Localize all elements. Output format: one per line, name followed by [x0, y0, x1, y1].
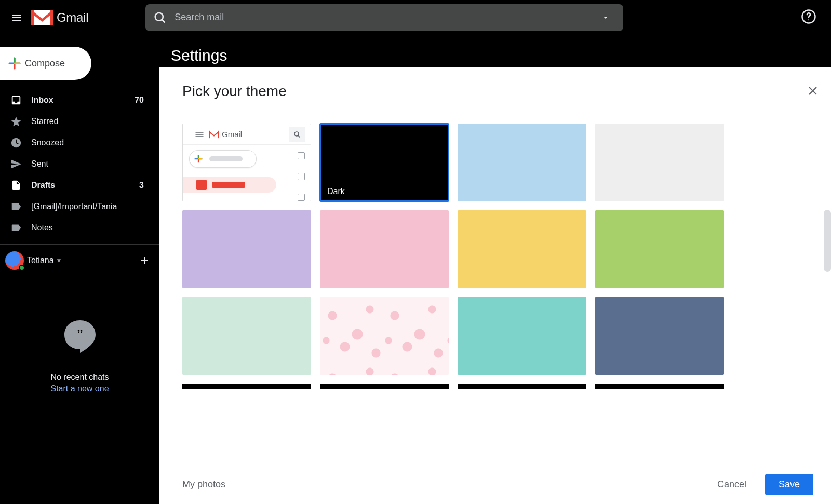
svg-rect-2 [50, 10, 53, 25]
inbox-icon [9, 93, 23, 107]
main: Settings Pick your theme GmailDark My ph… [159, 35, 831, 504]
svg-point-3 [155, 12, 163, 20]
theme-tile[interactable] [320, 210, 449, 288]
search-icon [289, 127, 305, 142]
sidebar-item-starred[interactable]: Starred [0, 111, 159, 132]
hangouts-body: ” No recent chats Start a new one [0, 276, 159, 393]
sidebar-item-label: Snoozed [31, 138, 159, 147]
hangouts-name: Tetiana [27, 256, 54, 265]
main-menu-button[interactable] [4, 5, 29, 30]
dialog-body: GmailDark [159, 115, 831, 465]
clock-icon [9, 136, 23, 149]
sidebar-item-notes[interactable]: Notes [0, 217, 159, 238]
compose-label: Compose [25, 58, 65, 69]
svg-rect-0 [31, 10, 53, 25]
mini-inbox-row [183, 177, 276, 193]
sidebar-item--gmail-important-tania[interactable]: [Gmail]/Important/Tania [0, 196, 159, 217]
theme-preview-header: Gmail [183, 124, 311, 145]
svg-point-6 [808, 19, 809, 20]
theme-tile-peek[interactable] [320, 384, 449, 389]
theme-tile-dark[interactable]: Dark [320, 124, 449, 201]
close-icon [807, 85, 819, 97]
label-icon [9, 221, 23, 235]
star-icon [9, 115, 23, 128]
mini-compose [189, 150, 257, 168]
theme-tile[interactable] [595, 297, 724, 375]
my-photos-link[interactable]: My photos [182, 479, 225, 490]
theme-tile[interactable] [595, 210, 724, 288]
search-icon [153, 10, 167, 25]
help-icon [801, 9, 816, 24]
svg-rect-10 [209, 130, 210, 138]
gmail-icon [31, 10, 53, 25]
sidebar: Compose Inbox70StarredSnoozedSentDrafts3… [0, 35, 159, 504]
theme-tile[interactable] [458, 210, 586, 288]
sidebar-item-inbox[interactable]: Inbox70 [0, 89, 159, 111]
gmail-icon [209, 130, 219, 139]
theme-tile[interactable] [320, 297, 449, 375]
dialog-close-button[interactable] [804, 82, 822, 100]
sidebar-item-label: Notes [31, 223, 159, 233]
theme-tile-peek[interactable] [595, 384, 724, 389]
menu-icon [194, 129, 205, 140]
help-button[interactable] [801, 9, 816, 26]
theme-tile[interactable] [182, 297, 311, 375]
app-header: Gmail Search mail [0, 0, 831, 35]
theme-tile[interactable] [595, 124, 724, 201]
save-button[interactable]: Save [765, 474, 813, 495]
svg-line-13 [298, 135, 300, 137]
sidebar-item-count: 3 [139, 181, 144, 190]
chevron-down-icon[interactable]: ▼ [56, 257, 62, 264]
dialog-title: Pick your theme [182, 83, 287, 100]
theme-tile-peek[interactable] [182, 384, 311, 389]
svg-point-12 [294, 132, 299, 136]
sidebar-item-snoozed[interactable]: Snoozed [0, 132, 159, 153]
theme-tile-label: Dark [327, 187, 345, 196]
theme-preview-app-name: Gmail [222, 130, 242, 139]
svg-text:”: ” [77, 327, 83, 341]
svg-rect-9 [209, 130, 219, 138]
file-icon [9, 179, 23, 192]
sidebar-item-label: Starred [31, 117, 159, 126]
nav-list: Inbox70StarredSnoozedSentDrafts3[Gmail]/… [0, 89, 159, 238]
send-icon [9, 157, 23, 171]
compose-button[interactable]: Compose [0, 47, 91, 80]
chevron-down-icon[interactable] [601, 13, 610, 22]
theme-dialog: Pick your theme GmailDark My photos Canc… [159, 67, 831, 504]
theme-grid: GmailDark [182, 124, 821, 375]
sidebar-item-sent[interactable]: Sent [0, 153, 159, 174]
scrollbar-thumb[interactable] [824, 210, 831, 272]
plus-icon [4, 53, 25, 74]
presence-dot [19, 265, 25, 271]
theme-tile[interactable]: Gmail [182, 124, 311, 201]
app-name: Gmail [57, 10, 88, 25]
sidebar-item-label: Inbox [31, 96, 135, 105]
menu-icon [10, 11, 23, 24]
theme-tile[interactable] [182, 210, 311, 288]
theme-tile-peek[interactable] [458, 384, 586, 389]
hangouts-icon: ” [62, 318, 98, 354]
plus-icon [138, 254, 151, 267]
hangouts-header: Tetiana ▼ [0, 245, 159, 276]
svg-rect-11 [218, 130, 219, 138]
no-recent-chats-text: No recent chats [50, 373, 109, 382]
cancel-button[interactable]: Cancel [707, 474, 757, 495]
search-bar[interactable]: Search mail [145, 4, 623, 31]
svg-line-4 [162, 19, 165, 22]
sidebar-item-label: [Gmail]/Important/Tania [31, 202, 159, 211]
search-placeholder: Search mail [175, 12, 601, 23]
theme-tile[interactable] [458, 124, 586, 201]
theme-tile[interactable] [458, 297, 586, 375]
app-logo[interactable]: Gmail [31, 10, 88, 25]
start-new-chat-link[interactable]: Start a new one [50, 384, 109, 393]
dialog-header: Pick your theme [159, 67, 831, 115]
label-icon [9, 200, 23, 213]
theme-peek-row [182, 384, 821, 389]
sidebar-item-count: 70 [135, 96, 144, 105]
sidebar-item-drafts[interactable]: Drafts3 [0, 174, 159, 196]
sidebar-item-label: Sent [31, 159, 159, 169]
new-chat-button[interactable] [137, 253, 152, 268]
svg-rect-1 [31, 10, 34, 25]
dialog-footer: My photos Cancel Save [159, 465, 831, 504]
avatar[interactable] [5, 251, 24, 270]
